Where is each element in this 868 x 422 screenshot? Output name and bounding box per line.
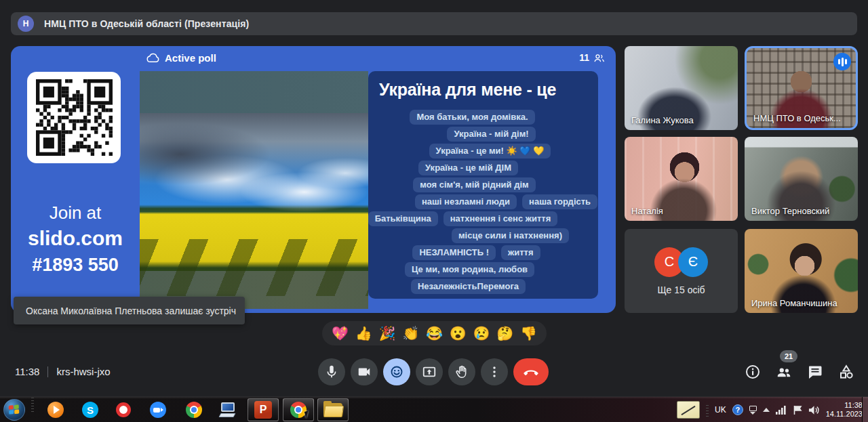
reaction-button[interactable]: 👏	[402, 326, 419, 340]
reaction-button[interactable]: 🤔	[496, 326, 513, 340]
photo-top-band	[140, 71, 368, 113]
poll-response: НЕЗЛАМНІСТЬ !	[412, 245, 496, 260]
network-signal-icon[interactable]	[776, 405, 787, 415]
show-everyone-button[interactable]	[776, 364, 792, 380]
remote-desktop-icon[interactable]	[219, 401, 237, 419]
meeting-title: НМЦ ПТО в Одеській області (Презентація)	[44, 18, 249, 29]
rapeseed-field-image	[140, 113, 368, 271]
pen-tablet-icon[interactable]	[677, 401, 700, 419]
display-switch-icon[interactable]	[749, 406, 757, 415]
participants-count-badge: 21	[780, 350, 797, 362]
poll-participants-count: 11	[579, 52, 605, 63]
avatar: Н	[18, 16, 34, 32]
reaction-button[interactable]: 😮	[450, 326, 467, 340]
microphone-button[interactable]	[318, 358, 345, 385]
poll-response-row: Батьківщина натхнення і сенс життя	[368, 211, 558, 226]
video-tile-viktor[interactable]: Виктор Терновский	[745, 137, 858, 221]
reaction-button[interactable]: 👎	[520, 326, 537, 340]
taskbar-clock[interactable]: 11:38 14.11.2023	[826, 401, 863, 419]
video-tile-natalia[interactable]: Наталія	[625, 137, 738, 221]
reaction-button[interactable]: 💖	[332, 326, 349, 340]
poll-results-card: Україна для мене - це Моя батьки, моя до…	[368, 71, 598, 299]
camera-icon	[357, 364, 372, 379]
raise-hand-button[interactable]	[448, 358, 475, 385]
end-call-button[interactable]	[513, 358, 549, 385]
overflow-avatars: С Є	[654, 247, 708, 277]
present-screen-button[interactable]	[416, 358, 443, 385]
show-desktop-button[interactable]	[862, 397, 868, 422]
opera-icon[interactable]	[115, 401, 132, 419]
poll-response: наша гордість	[522, 194, 597, 209]
poll-response: Україна - мій дім!	[447, 127, 535, 142]
reactions-button[interactable]	[383, 358, 410, 385]
action-center-flag-icon[interactable]	[793, 405, 802, 415]
system-tray: UK ? 11:38 14.11.2023	[677, 397, 863, 422]
chat-button[interactable]	[807, 364, 823, 380]
video-tile-nmc-active-speaker[interactable]: НМЦ ПТО в Одеськ...	[745, 46, 858, 130]
windows-logo-icon	[9, 404, 20, 415]
reaction-button[interactable]: 😂	[426, 326, 443, 340]
participant-name: Виктор Терновский	[751, 206, 829, 216]
poll-response-row: наші незламні люди наша гордість	[415, 194, 597, 209]
video-tile-irina[interactable]: Ирина Романчишина	[745, 229, 858, 313]
overflow-count-label: Ще 15 осіб	[657, 284, 705, 295]
reactions-bar: 💖 👍 🎉 👏 😂 😮 😢 🤔 👎	[322, 321, 547, 345]
slido-url-text: slido.com	[11, 225, 140, 252]
camera-button[interactable]	[351, 358, 378, 385]
explorer-taskbar-button[interactable]	[317, 398, 349, 421]
people-icon	[776, 364, 792, 380]
poll-response-row: Це ми, моя родина, любов	[405, 262, 534, 277]
overflow-participants-tile[interactable]: С Є Ще 15 осіб	[625, 229, 738, 313]
poll-responses: Моя батьки, моя домівка. Україна - мій д…	[379, 110, 587, 294]
reaction-button[interactable]: 👍	[355, 326, 372, 340]
poll-response-row: Моя батьки, моя домівка.	[410, 110, 534, 125]
chrome-taskbar-button[interactable]	[283, 398, 314, 421]
divider	[47, 366, 48, 377]
field-shadow-stripes	[140, 239, 368, 296]
active-poll-label: Active poll	[165, 52, 216, 64]
start-button[interactable]	[3, 399, 25, 421]
participant-leaving-toast: Оксана Миколаївна Плетньова залишає зуст…	[14, 297, 245, 324]
activities-button[interactable]	[838, 364, 854, 380]
join-at-text: Join at	[11, 201, 140, 225]
help-icon[interactable]: ?	[732, 404, 743, 415]
media-player-icon[interactable]	[47, 401, 64, 419]
poll-response-row: моя сім'я, мій рідний дім	[413, 177, 535, 192]
raise-hand-icon	[454, 364, 469, 379]
screenshare-slido-panel: Active poll 11 Join at slido.com #1893 5…	[11, 46, 616, 313]
poll-response: Батьківщина	[368, 211, 438, 226]
more-vertical-icon	[487, 364, 502, 379]
call-controls	[318, 358, 549, 385]
participant-name: Наталія	[631, 206, 663, 216]
meeting-title-banner: Н НМЦ ПТО в Одеській області (Презентаці…	[11, 12, 857, 35]
volume-icon[interactable]	[808, 405, 820, 415]
clock: 11:38	[15, 366, 39, 377]
participant-name: Галина Жукова	[631, 115, 694, 125]
active-poll-header: Active poll	[146, 52, 216, 64]
smiley-icon	[389, 364, 404, 379]
zoom-icon[interactable]	[149, 401, 167, 419]
mouse-cursor	[304, 410, 311, 418]
reaction-button[interactable]: 🎉	[379, 326, 396, 340]
language-indicator[interactable]: UK	[715, 405, 726, 415]
folder-icon	[323, 403, 342, 417]
video-tile-galina[interactable]: Галина Жукова	[625, 46, 738, 130]
poll-response: Це ми, моя родина, любов	[405, 262, 534, 277]
powerpoint-taskbar-button[interactable]: P	[248, 398, 279, 421]
slido-event-code: #1893 550	[11, 252, 140, 278]
poll-response-row: НЕЗЛАМНІСТЬ ! життя	[412, 245, 540, 260]
show-hidden-icons-button[interactable]	[763, 408, 770, 412]
more-options-button[interactable]	[481, 358, 508, 385]
slido-join-instructions: Join at slido.com #1893 550	[11, 201, 140, 278]
reaction-button[interactable]: 😢	[473, 326, 490, 340]
poll-response-row: Україна - мій дім!	[447, 127, 535, 142]
toast-text: Оксана Миколаївна Плетньова залишає зуст…	[26, 305, 236, 316]
cloud-icon	[146, 53, 160, 63]
meeting-code: krs-hwsi-jxo	[56, 366, 110, 377]
skype-icon[interactable]: S	[81, 401, 99, 419]
end-call-icon	[523, 364, 539, 380]
poll-question: Україна для мене - це	[379, 80, 587, 100]
chrome-icon[interactable]	[185, 401, 203, 419]
meeting-details-button[interactable]	[745, 364, 761, 380]
poll-response: Україна - це ми! ☀️ 💙 💛	[429, 144, 551, 159]
